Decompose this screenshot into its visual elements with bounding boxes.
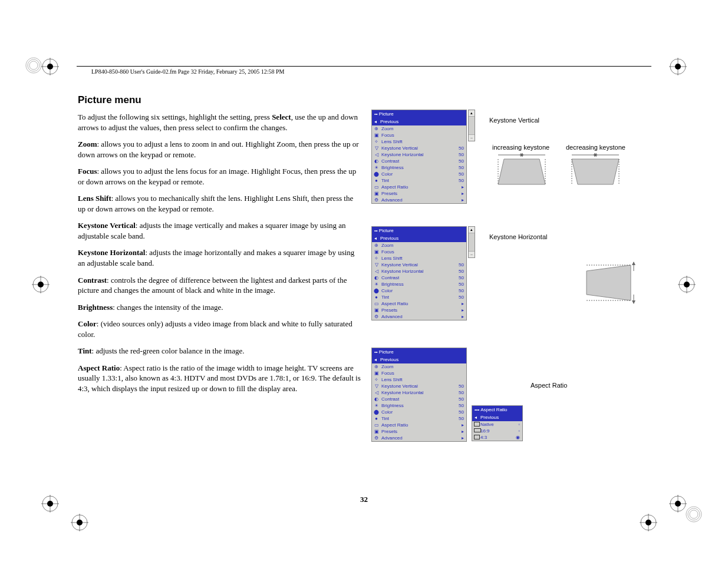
row-icon: ◐: [374, 396, 379, 402]
osd-row: ◐Contrast50: [372, 275, 466, 281]
keystone-inc-diagram: [492, 152, 551, 187]
osd-title: •• Picture: [372, 227, 466, 234]
osd-row: ▣Presets▸: [372, 307, 466, 313]
osd-row: ◐Contrast50: [372, 396, 466, 402]
row-icon: ◐: [374, 275, 379, 280]
row-icon: ▣: [374, 308, 379, 313]
row-icon: ▽: [374, 146, 379, 151]
row-icon: ✧: [374, 139, 379, 144]
aspect-row: 16:9◦: [472, 428, 522, 434]
osd-row: ⊕Zoom: [372, 242, 466, 249]
section-heading: Picture menu: [78, 94, 361, 106]
slider-up-icon: ▴: [469, 227, 475, 233]
row-icon: ▣: [374, 249, 379, 254]
row-icon: ✧: [374, 377, 379, 382]
osd-row: ▣Focus: [372, 132, 466, 138]
osd-row: ⚙Advanced▸: [372, 435, 466, 441]
row-icon: ●: [374, 416, 379, 421]
row-icon: ▣: [374, 191, 379, 196]
row-icon: ✧: [374, 256, 379, 261]
osd-row: ⚙Advanced▸: [372, 197, 466, 203]
row-icon: ▣: [374, 133, 379, 138]
osd-row: ⊕Zoom: [372, 363, 466, 370]
row-icon: ⊕: [374, 126, 379, 131]
kv-paragraph: Keystone Vertical: adjusts the image ver…: [78, 220, 361, 241]
caption-dec: decreasing keystone: [566, 144, 625, 151]
caption-kh: Keystone Horizontal: [489, 233, 547, 240]
intro-paragraph: To adjust the following six settings, hi…: [78, 112, 361, 133]
row-icon: ●: [374, 295, 379, 300]
svg-marker-45: [632, 262, 635, 265]
radio-icon: ◉: [516, 435, 520, 440]
header-rule: [77, 66, 651, 67]
osd-row: ▭Aspect Ratio▸: [372, 300, 466, 307]
row-icon: ☀: [374, 282, 379, 287]
osd-title: •• Picture: [372, 348, 466, 356]
row-icon: ⚙: [374, 197, 379, 203]
cropmark-icon: [71, 514, 88, 531]
osd-rows: ⊕Zoom▣Focus✧Lens Shift▽Keystone Vertical…: [372, 363, 466, 441]
osd-row: ✧Lens Shift: [372, 376, 466, 383]
osd-row: ▣Focus: [372, 249, 466, 255]
row-icon: ⊕: [374, 364, 379, 369]
osd-row: ☀Brightness50: [372, 402, 466, 409]
osd-sub-title: ••• Aspect Ratio: [472, 406, 522, 414]
brightness-paragraph: Brightness: changes the intensity of the…: [78, 302, 361, 313]
header-path: LP840-850-860 User's Guide-02.fm Page 32…: [91, 68, 285, 75]
osd-row: ●Tint50: [372, 415, 466, 422]
osd-row: ▣Presets▸: [372, 428, 466, 435]
spiral-icon: [25, 57, 42, 74]
osd-row: ▣Focus: [372, 370, 466, 376]
row-icon: ▣: [374, 371, 379, 376]
osd-title: •• Picture: [372, 110, 466, 118]
row-icon: ◁: [374, 390, 379, 395]
caption-kv: Keystone Vertical: [489, 117, 539, 124]
tint-paragraph: Tint: adjusts the red-green color balanc…: [78, 346, 361, 356]
cropmark-icon: [678, 276, 696, 293]
cropmark-icon: [32, 276, 50, 293]
contrast-paragraph: Contrast: controls the degree of differe…: [78, 275, 361, 296]
osd-row: ●Tint50: [372, 177, 466, 184]
focus-paragraph: Focus: allows you to adjust the lens foc…: [78, 166, 361, 187]
svg-marker-50: [632, 300, 635, 304]
osd-row: ☀Brightness50: [372, 281, 466, 287]
keystone-dec-diagram: [566, 152, 625, 187]
osd-row: ⬤Color50: [372, 171, 466, 177]
row-icon: ☀: [374, 165, 379, 170]
osd-row: ▭Aspect Ratio▸: [372, 422, 466, 428]
cropmark-icon: [669, 58, 687, 75]
svg-marker-46: [587, 265, 631, 300]
osd-rows: ⊕Zoom▣Focus✧Lens Shift▽Keystone Vertical…: [372, 125, 466, 203]
osd-aspect-submenu: ••• Aspect Ratio Previous Native◦ 16:9◦ …: [472, 405, 523, 441]
aspect-row: Native◦: [472, 421, 522, 428]
row-icon: ⬤: [374, 171, 379, 177]
row-icon: ⊕: [374, 243, 379, 248]
osd-row: ●Tint50: [372, 294, 466, 300]
row-icon: ◁: [374, 269, 379, 274]
row-icon: ⬤: [374, 409, 379, 415]
slider-down-icon: –: [469, 134, 475, 141]
osd-row: ✧Lens Shift: [372, 138, 466, 145]
row-icon: ▽: [374, 262, 379, 267]
osd-row: ▣Presets▸: [372, 190, 466, 197]
osd-previous: Previous: [372, 118, 466, 125]
osd-slider: ▴ –: [468, 110, 475, 141]
row-icon: ▣: [374, 429, 379, 434]
cropmark-icon: [41, 58, 59, 75]
zoom-paragraph: Zoom: allows you to adjust a lens to zoo…: [78, 139, 361, 160]
osd-row: ⚙Advanced▸: [372, 313, 466, 320]
keystone-horiz-diagram: [581, 259, 640, 306]
osd-previous: Previous: [372, 356, 466, 363]
osd-picture-menu-3: •• Picture Previous ⊕Zoom▣Focus✧Lens Shi…: [371, 348, 467, 442]
osd-row: ⬤Color50: [372, 409, 466, 415]
row-icon: ◁: [374, 152, 379, 157]
osd-slider: ▴ –: [468, 226, 475, 258]
osd-row: ▽Keystone Vertical50: [372, 145, 466, 151]
slider-up-icon: ▴: [469, 110, 475, 117]
row-icon: ▭: [374, 184, 379, 190]
osd-row: ⬤Color50: [372, 287, 466, 294]
osd-row: ☀Brightness50: [372, 164, 466, 171]
osd-row: ▽Keystone Vertical50: [372, 383, 466, 389]
osd-row: ▭Aspect Ratio▸: [372, 184, 466, 190]
lens-paragraph: Lens Shift: allows you to mechanically s…: [78, 193, 361, 214]
